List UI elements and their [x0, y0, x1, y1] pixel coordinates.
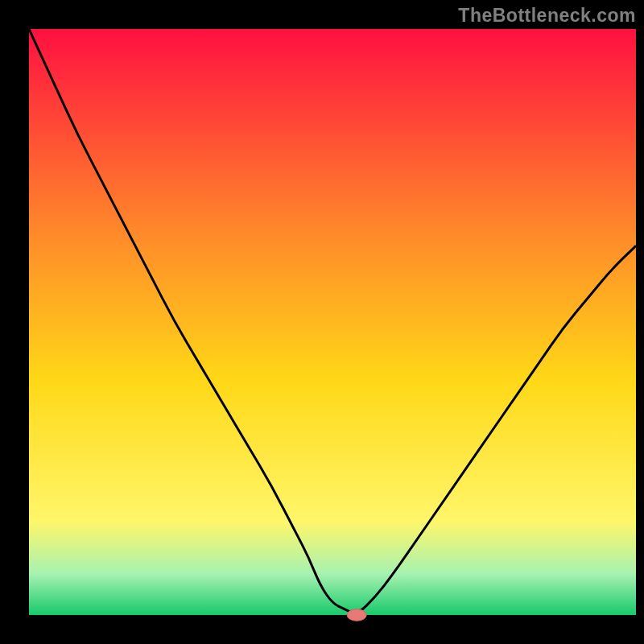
- watermark-text: TheBottleneck.com: [458, 5, 636, 27]
- plot-background: [29, 29, 636, 615]
- minimum-marker: [347, 609, 366, 621]
- chart-container: TheBottleneck.com: [0, 0, 644, 644]
- bottleneck-chart: [0, 0, 644, 644]
